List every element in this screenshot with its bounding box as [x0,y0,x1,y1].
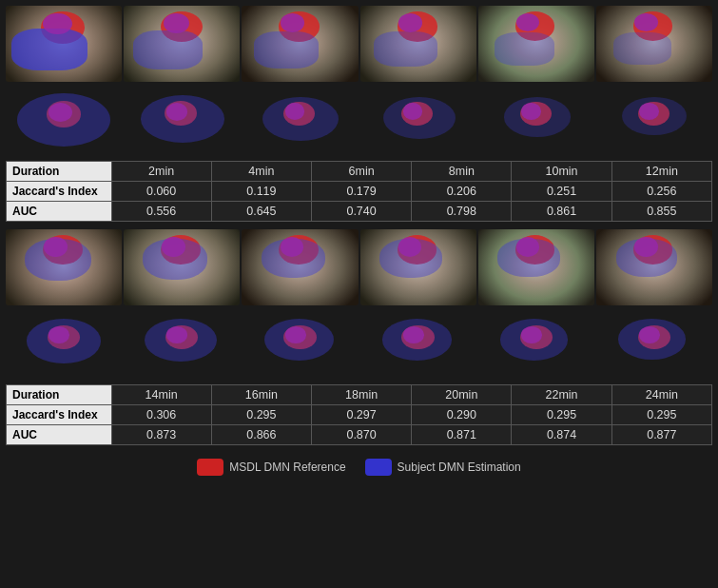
jac-1-val5: 0.251 [512,182,611,202]
dur-1-val1: 2min [111,162,211,182]
jaccard-header-2: Jaccard's Index [7,405,112,425]
brain-ax-2-4 [360,305,476,382]
auc-1-val6: 0.855 [611,202,711,222]
auc-2-val6: 0.877 [611,425,711,445]
auc-1-val4: 0.798 [412,202,512,222]
auc-2-val1: 0.873 [111,425,211,445]
sagittal-row-1 [6,6,712,82]
section-2: Duration 14min 16min 18min 20min 22min 2… [6,229,712,449]
brain-sag-2-6 [596,229,712,305]
brain-ax-1-4 [360,82,476,158]
brain-ax-1-3 [242,82,358,158]
brain-ax-1-6 [596,82,712,158]
dur-2-val6: 24min [611,385,711,405]
brain-ax-2-6 [596,305,712,382]
jac-2-val2: 0.295 [211,405,311,425]
brain-ax-2-1 [6,305,122,382]
jac-1-val2: 0.119 [211,182,311,202]
jac-1-val1: 0.060 [111,182,211,202]
dur-1-val2: 4min [211,162,311,182]
jac-2-val4: 0.290 [412,405,512,425]
brain-ax-2-5 [478,305,594,382]
brain-ax-1-2 [124,82,240,158]
brain-sag-2-3 [242,229,358,305]
brain-ax-1-1 [6,82,122,158]
jac-2-val5: 0.295 [512,405,611,425]
dur-2-val4: 20min [412,385,512,405]
auc-2-val2: 0.866 [211,425,311,445]
brain-sag-1-2 [124,6,240,82]
auc-2-val4: 0.871 [412,425,512,445]
section-1: Duration 2min 4min 6min 8min 10min 12min… [6,6,712,225]
jaccard-header-1: Jaccard's Index [7,182,112,202]
legend-label-blue: Subject DMN Estimation [398,461,521,474]
table-row-duration-2: Duration 14min 16min 18min 20min 22min 2… [7,385,712,405]
data-table-2: Duration 14min 16min 18min 20min 22min 2… [6,384,712,445]
brain-sag-1-5 [478,6,594,82]
axial-row-1 [6,82,712,158]
brain-sag-2-1 [6,229,122,305]
dur-1-val5: 10min [512,162,611,182]
auc-header-1: AUC [7,202,112,222]
dur-1-val4: 8min [412,162,512,182]
legend-color-blue [365,459,392,476]
auc-1-val5: 0.861 [512,202,611,222]
auc-2-val3: 0.870 [311,425,411,445]
dur-2-val3: 18min [311,385,411,405]
auc-2-val5: 0.874 [512,425,611,445]
brain-sag-2-4 [360,229,476,305]
auc-header-2: AUC [7,425,112,445]
data-table-1: Duration 2min 4min 6min 8min 10min 12min… [6,161,712,222]
table-row-jaccard-2: Jaccard's Index 0.306 0.295 0.297 0.290 … [7,405,712,425]
brain-ax-1-5 [478,82,594,158]
auc-1-val3: 0.740 [311,202,411,222]
table-row-duration-1: Duration 2min 4min 6min 8min 10min 12min [7,162,712,182]
duration-header-2: Duration [7,385,112,405]
jac-2-val6: 0.295 [611,405,711,425]
jac-2-val3: 0.297 [311,405,411,425]
legend-item-blue: Subject DMN Estimation [365,459,521,476]
auc-1-val1: 0.556 [111,202,211,222]
brain-sag-1-6 [596,6,712,82]
legend-item-red: MSDL DMN Reference [197,459,345,476]
sagittal-row-2 [6,229,712,305]
legend-label-red: MSDL DMN Reference [229,461,345,474]
auc-1-val2: 0.645 [211,202,311,222]
legend: MSDL DMN Reference Subject DMN Estimatio… [197,459,520,476]
dur-1-val6: 12min [611,162,711,182]
jac-2-val1: 0.306 [111,405,211,425]
jac-1-val3: 0.179 [311,182,411,202]
brain-sag-1-3 [242,6,358,82]
brain-ax-2-2 [124,305,240,382]
jac-1-val4: 0.206 [412,182,512,202]
dur-1-val3: 6min [311,162,411,182]
brain-sag-2-5 [478,229,594,305]
legend-color-red [197,459,223,476]
brain-sag-1-1 [6,6,122,82]
dur-2-val2: 16min [211,385,311,405]
axial-row-2 [6,305,712,382]
table-1: Duration 2min 4min 6min 8min 10min 12min… [6,161,712,222]
duration-header-1: Duration [7,162,112,182]
brain-sag-2-2 [124,229,240,305]
brain-sag-1-4 [360,6,476,82]
jac-1-val6: 0.256 [611,182,711,202]
table-row-auc-2: AUC 0.873 0.866 0.870 0.871 0.874 0.877 [7,425,712,445]
table-row-jaccard-1: Jaccard's Index 0.060 0.119 0.179 0.206 … [7,182,712,202]
brain-ax-2-3 [242,305,358,382]
table-2: Duration 14min 16min 18min 20min 22min 2… [6,384,712,445]
dur-2-val1: 14min [111,385,211,405]
main-container: Duration 2min 4min 6min 8min 10min 12min… [6,6,712,476]
table-row-auc-1: AUC 0.556 0.645 0.740 0.798 0.861 0.855 [7,202,712,222]
dur-2-val5: 22min [512,385,611,405]
